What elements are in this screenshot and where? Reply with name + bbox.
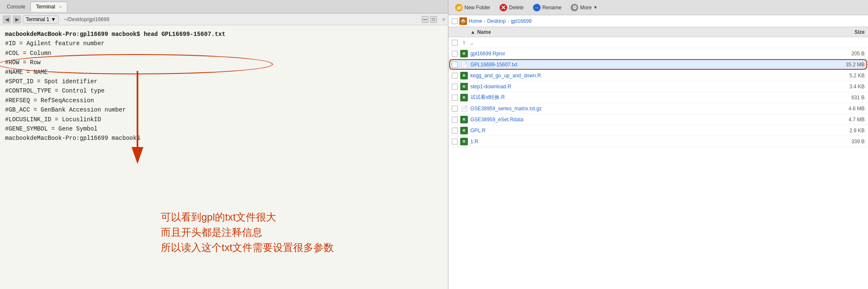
panel-close-button[interactable]: × [442,16,445,23]
tab-bar: Console Terminal × [0,0,448,14]
r-file-icon: R [460,50,468,57]
file-size: 4.6 MB [827,106,865,112]
file-name[interactable]: 1.R [470,139,824,144]
minimize-button[interactable]: — [422,16,429,23]
arrow-annotation [125,71,159,164]
list-item: R 试试看id转换.R 631 B [448,92,868,103]
terminal-tab-close[interactable]: × [59,4,62,9]
file-checkbox[interactable] [452,117,458,123]
list-item: R kegg_and_go_up_and_down.R 5.2 KB [448,70,868,81]
file-checkbox[interactable] [452,128,458,134]
terminal-prompt: macbookdeMacBook-Pro:gpl16699 macbook$ [5,134,443,143]
terminal-toolbar: ◀ ▶ Terminal 1 ▼ ~/Desktop/gpl16699 — □ … [0,14,448,25]
list-item: R gpl16699.Rproi 205 B [448,48,868,59]
breadcrumb-desktop[interactable]: Desktop [487,18,506,24]
file-size: 4.7 MB [827,117,865,123]
file-name[interactable]: .. [470,40,824,46]
breadcrumb-folder[interactable]: gpl16699 [511,18,531,24]
folder-up-icon: ↑ [460,39,468,46]
terminal-line: #NAME = NAME [5,68,443,77]
file-name[interactable]: 试试看id转换.R [470,94,824,101]
file-size: 3.4 KB [827,84,865,90]
file-size: 5.2 KB [827,73,865,79]
list-item: 📄 GSE38959_series_matrix.txt.gz 4.6 MB [448,103,868,114]
file-checkbox[interactable] [452,73,458,79]
breadcrumb-home[interactable]: Home [469,18,482,24]
back-button[interactable]: ◀ [3,15,11,24]
list-item: R GSE38959_eSet.Rdata 4.7 MB [448,114,868,125]
file-size: 631 B [827,95,865,101]
gear-icon: ⚙ [571,4,578,11]
list-item: R GPL.R 2.9 KB [448,125,868,136]
file-list: ↑ .. R gpl16699.Rproi 205 B 📄 GPL16699-1… [448,37,868,289]
r-file-icon: R [460,83,468,90]
file-name[interactable]: GSE38959_series_matrix.txt.gz [470,106,824,112]
maximize-button[interactable]: □ [430,16,437,23]
terminal-line: #CONTROL_TYPE = Control type [5,86,443,95]
terminal-line: #GENE_SYMBOL = Gene Symbol [5,124,443,134]
file-size: 339 B [827,139,865,144]
file-name[interactable]: GPL.R [470,128,824,134]
breadcrumb: 🏠 Home › Desktop › gpl16699 [448,15,868,27]
terminal-panel: Console Terminal × ◀ ▶ Terminal 1 ▼ ~/De… [0,0,448,289]
new-folder-icon: 📁 [455,4,463,11]
size-column-header[interactable]: Size [822,29,865,35]
home-icon[interactable]: 🏠 [459,17,467,25]
terminal-line: #LOCUSLINK_ID = LocuslinkID [5,115,443,124]
file-name[interactable]: kegg_and_go_up_and_down.R [470,73,824,79]
list-item: R 1.R 339 B [448,136,868,147]
file-list-header: ▲ Name Size [448,27,868,37]
file-size: 205 B [827,51,865,57]
rename-button[interactable]: → Rename [530,3,565,13]
window-controls: — □ [422,16,437,23]
file-checkbox[interactable] [452,40,458,46]
file-name[interactable]: gpl16699.Rproi [470,51,824,57]
file-name[interactable]: GPL16699-15607.txt [470,62,824,68]
name-column-header[interactable]: ▲ Name [470,29,822,35]
txt-file-icon: 📄 [460,105,468,112]
r-file-icon: R [460,138,468,145]
terminal-line: #GB_ACC = GenBank Accession number [5,105,443,115]
file-name[interactable]: step1-download.R [470,84,824,90]
terminal-line: #ID = Agilent feature number [5,39,443,48]
file-size: 35.2 MB [827,62,865,68]
header-checkbox[interactable] [452,18,458,24]
rdata-file-icon: R [460,116,468,123]
file-checkbox[interactable] [452,95,458,101]
delete-button[interactable]: ✕ Delete [496,3,527,13]
r-file-icon: R [460,72,468,79]
file-checkbox[interactable] [452,84,458,90]
terminal-line: #ROW = Row [5,58,443,67]
new-folder-button[interactable]: 📁 New Folder [452,3,494,13]
file-size: 2.9 KB [827,128,865,134]
terminal-tab[interactable]: Terminal × [30,2,67,12]
forward-button[interactable]: ▶ [13,15,21,24]
terminal-line: #REFSEQ = RefSeqAccession [5,96,443,105]
file-name[interactable]: GSE38959_eSet.Rdata [470,117,824,123]
file-checkbox[interactable] [452,62,458,68]
finder-toolbar: 📁 New Folder ✕ Delete → Rename ⚙ More ▼ [448,0,868,15]
list-item-highlighted: 📄 GPL16699-15607.txt 35.2 MB [448,59,868,70]
more-button[interactable]: ⚙ More ▼ [567,3,601,13]
path-display: ~/Desktop/gpl16699 [64,16,109,22]
file-checkbox[interactable] [452,139,458,144]
rename-icon: → [533,4,541,11]
finder-panel: 📁 New Folder ✕ Delete → Rename ⚙ More ▼ … [448,0,868,289]
console-tab[interactable]: Console [2,2,30,11]
delete-icon: ✕ [500,4,507,11]
terminal-line: #SPOT_ID = Spot identifier [5,77,443,86]
file-checkbox[interactable] [452,106,458,112]
r-file-icon: R [460,127,468,134]
file-checkbox[interactable] [452,51,458,57]
terminal-line: #COL = Column [5,49,443,58]
list-item: R step1-download.R 3.4 KB [448,81,868,92]
list-item: ↑ .. [448,37,868,48]
terminal-content[interactable]: macbookdeMacBook-Pro:gpl16699 macbook$ h… [0,25,448,289]
terminal-selector[interactable]: Terminal 1 ▼ [23,15,59,24]
r-file-icon: R [460,94,468,101]
chinese-annotation: 可以看到gpl的txt文件很大 而且开头都是注释信息 所以读入这个txt文件需要… [161,210,334,255]
terminal-line: macbookdeMacBook-Pro:gpl16699 macbook$ h… [5,30,443,39]
txt-file-icon: 📄 [460,61,468,68]
